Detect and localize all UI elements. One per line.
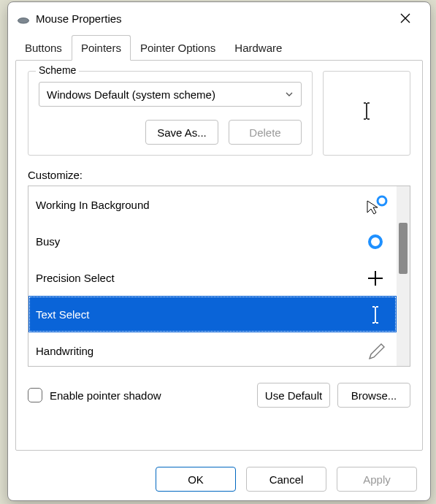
enable-shadow-checkbox[interactable] <box>28 388 42 402</box>
scheme-dropdown[interactable]: Windows Default (system scheme) <box>39 82 302 107</box>
ibeam-icon <box>362 102 372 125</box>
scrollbar[interactable] <box>397 186 410 366</box>
scrollbar-thumb[interactable] <box>399 223 408 274</box>
tabstrip: Buttons Pointers Pointer Options Hardwar… <box>8 34 430 60</box>
tab-buttons[interactable]: Buttons <box>15 35 72 61</box>
list-item[interactable]: Precision Select <box>28 259 397 296</box>
list-item-label: Working In Background <box>36 199 150 211</box>
mouse-icon <box>17 14 30 23</box>
list-item-label: Handwriting <box>36 345 93 357</box>
scheme-selected-value: Windows Default (system scheme) <box>47 88 215 101</box>
mouse-properties-dialog: Mouse Properties Buttons Pointers Pointe… <box>7 1 431 501</box>
save-as-button[interactable]: Save As... <box>145 120 218 145</box>
close-button[interactable] <box>389 4 421 33</box>
arrow-ring-icon <box>363 194 388 216</box>
ring-icon <box>363 231 388 253</box>
chevron-down-icon <box>285 90 294 99</box>
list-item[interactable]: Handwriting <box>28 332 397 366</box>
enable-shadow-label: Enable pointer shadow <box>50 389 250 402</box>
delete-button: Delete <box>229 120 302 145</box>
list-item[interactable]: Text Select <box>28 296 397 332</box>
ok-button[interactable]: OK <box>156 467 236 492</box>
pointers-panel: Scheme Windows Default (system scheme) S… <box>15 60 423 451</box>
svg-point-2 <box>370 236 381 248</box>
pen-icon <box>363 340 388 362</box>
list-item[interactable]: Working In Background <box>28 186 397 223</box>
scheme-group: Scheme Windows Default (system scheme) S… <box>28 71 313 156</box>
list-item-label: Text Select <box>36 308 89 321</box>
scheme-legend: Scheme <box>36 64 79 76</box>
list-item[interactable]: Busy <box>28 223 397 259</box>
tab-pointer-options[interactable]: Pointer Options <box>131 35 225 61</box>
ibeam-icon <box>363 304 388 326</box>
tab-pointers[interactable]: Pointers <box>72 35 131 61</box>
window-title: Mouse Properties <box>36 12 389 25</box>
svg-point-1 <box>378 196 386 205</box>
svg-point-0 <box>18 18 29 23</box>
close-icon <box>399 12 411 24</box>
browse-button[interactable]: Browse... <box>337 383 410 408</box>
pointer-list: Working In Background Busy Prec <box>28 186 410 367</box>
list-item-label: Precision Select <box>36 272 115 284</box>
apply-button: Apply <box>337 467 417 492</box>
titlebar: Mouse Properties <box>8 2 430 34</box>
tab-hardware[interactable]: Hardware <box>225 35 291 61</box>
list-item-label: Busy <box>36 235 60 248</box>
dialog-buttons: OK Cancel Apply <box>8 458 430 500</box>
customize-label: Customize: <box>28 169 410 181</box>
cross-icon <box>363 267 388 289</box>
pointer-preview <box>323 71 410 156</box>
use-default-button[interactable]: Use Default <box>257 383 330 408</box>
cancel-button[interactable]: Cancel <box>246 467 326 492</box>
